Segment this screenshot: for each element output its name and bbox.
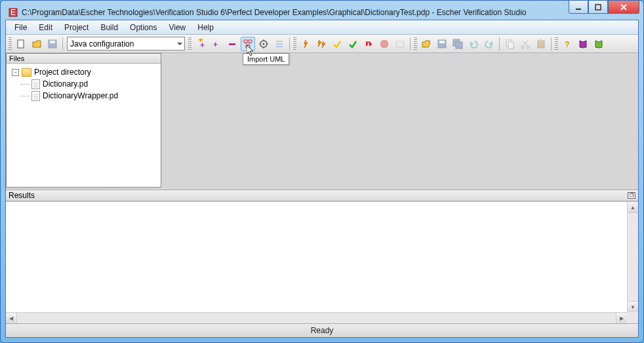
menu-view[interactable]: View [163, 22, 191, 33]
scrollbar-vertical[interactable]: ▲ ▼ [627, 202, 638, 312]
toolbar: Java configuration ✦+ + [6, 35, 638, 53]
tree-item[interactable]: Dictionary.pd [8, 78, 159, 90]
new-button[interactable] [14, 37, 28, 51]
toolbar-separator [410, 37, 411, 50]
scroll-corner [627, 312, 638, 323]
save-file-button[interactable] [435, 37, 449, 51]
svg-rect-8 [50, 41, 55, 43]
add-new-button[interactable]: ✦+ [193, 37, 208, 51]
toolbar-separator [551, 37, 552, 50]
settings-button[interactable] [256, 37, 271, 51]
clear-button[interactable] [393, 37, 407, 51]
tree-root-label: Project directory [34, 68, 91, 77]
toolbar-grip [555, 37, 558, 50]
scroll-down-icon[interactable]: ▼ [628, 301, 638, 312]
book1-button[interactable] [576, 37, 590, 51]
scrollbar-horizontal[interactable]: ◀ ▶ [6, 312, 627, 323]
menu-build[interactable]: Build [94, 22, 124, 33]
copy-button[interactable] [502, 37, 517, 51]
svg-line-17 [248, 43, 251, 45]
file-icon [31, 91, 40, 101]
files-panel: Files − Project directory Dictionary.pd … [6, 53, 161, 188]
menu-edit[interactable]: Edit [33, 22, 58, 33]
tree-root[interactable]: − Project directory [8, 66, 159, 78]
svg-text:?: ? [565, 40, 569, 49]
open-button[interactable] [30, 37, 44, 51]
cut-button[interactable] [518, 37, 533, 51]
svg-rect-15 [246, 45, 250, 48]
status-text: Ready [311, 326, 334, 335]
book2-button[interactable] [592, 37, 606, 51]
svg-rect-6 [18, 40, 24, 48]
files-panel-title: Files [7, 54, 161, 64]
check-warn-button[interactable] [330, 37, 344, 51]
verify-one-button[interactable] [298, 37, 313, 51]
toolbar-grip [414, 37, 417, 50]
window-title: C:\ProgramData\Escher Technologies\Verif… [22, 8, 527, 17]
remove-button[interactable] [225, 37, 239, 51]
svg-rect-30 [439, 41, 445, 43]
paste-button[interactable] [534, 37, 548, 51]
menu-options[interactable]: Options [124, 22, 163, 33]
panel-maximize-button[interactable]: ❐ [628, 192, 635, 199]
svg-point-38 [527, 46, 529, 49]
toolbar-grip [188, 37, 191, 50]
toolbar-separator [289, 37, 290, 50]
svg-marker-27 [380, 40, 388, 48]
save-button[interactable] [45, 37, 60, 51]
scroll-left-icon[interactable]: ◀ [6, 313, 17, 323]
minimize-button[interactable] [569, 1, 588, 14]
scroll-right-icon[interactable]: ▶ [616, 313, 627, 323]
svg-rect-39 [538, 41, 544, 48]
tree-connector [21, 84, 30, 85]
menu-file[interactable]: File [9, 22, 33, 33]
results-panel: Results ❐ ▲ ▼ ◀ ▶ [6, 190, 638, 323]
import-uml-button[interactable] [241, 37, 255, 51]
svg-rect-12 [229, 43, 235, 45]
svg-point-37 [521, 46, 524, 49]
toolbar-separator [62, 37, 63, 50]
app-icon: E [8, 7, 18, 18]
tree-item[interactable]: DictionaryWrapper.pd [8, 90, 159, 102]
svg-line-16 [245, 43, 248, 45]
config-select[interactable]: Java configuration [67, 37, 185, 50]
stop-button[interactable] [377, 37, 392, 51]
toolbar-grip [9, 37, 12, 50]
redo-button[interactable] [482, 37, 496, 51]
svg-rect-2 [576, 9, 581, 10]
tree-item-label: Dictionary.pd [43, 79, 88, 89]
svg-rect-34 [508, 42, 513, 49]
folder-icon [22, 68, 31, 77]
verify-all-button[interactable] [314, 37, 329, 51]
list-button[interactable] [272, 37, 287, 51]
collapse-icon[interactable]: − [12, 69, 19, 76]
toolbar-grip [293, 37, 296, 50]
rebuild-button[interactable] [361, 37, 376, 51]
svg-text:E: E [10, 8, 16, 17]
svg-text:+: + [200, 41, 205, 49]
toolbar-separator [499, 37, 500, 50]
menubar: File Edit Project Build Options View Hel… [6, 20, 638, 35]
results-panel-title: Results [9, 191, 35, 200]
save-all-button[interactable] [451, 37, 465, 51]
check-ok-button[interactable] [346, 37, 360, 51]
help-button[interactable]: ? [560, 37, 574, 51]
close-button[interactable] [608, 1, 639, 14]
svg-rect-28 [396, 41, 404, 47]
open-folder-button[interactable] [419, 37, 433, 51]
results-body: ▲ ▼ ◀ ▶ [6, 201, 638, 323]
tree-item-label: DictionaryWrapper.pd [43, 91, 118, 100]
maximize-button[interactable] [588, 1, 608, 14]
dropdown-caret-icon [177, 43, 182, 45]
svg-rect-32 [456, 42, 462, 49]
svg-rect-3 [595, 5, 601, 10]
svg-rect-14 [249, 40, 252, 43]
svg-point-19 [263, 43, 265, 45]
scroll-up-icon[interactable]: ▲ [628, 202, 638, 213]
menu-project[interactable]: Project [58, 22, 94, 33]
svg-rect-13 [244, 40, 247, 43]
undo-button[interactable] [466, 37, 481, 51]
file-icon [31, 79, 40, 89]
add-button[interactable]: + [209, 37, 224, 51]
menu-help[interactable]: Help [191, 22, 220, 33]
